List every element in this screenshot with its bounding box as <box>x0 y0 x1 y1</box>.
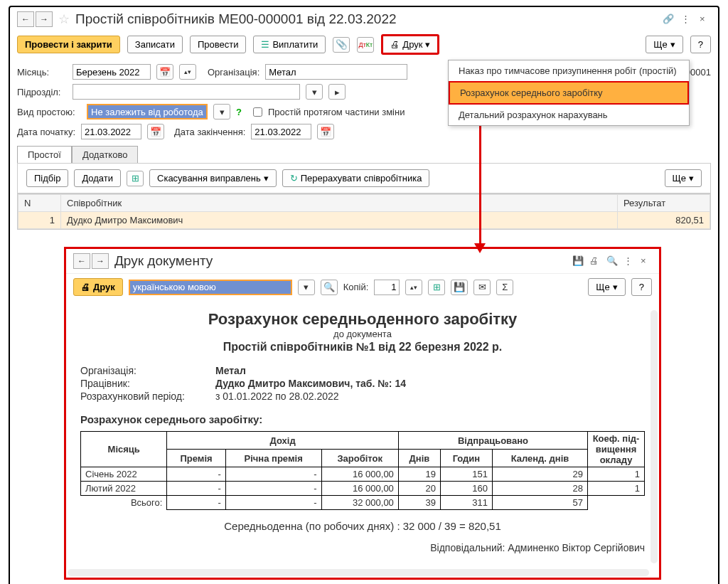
sigma-icon[interactable]: Σ <box>496 280 513 295</box>
month-label: Місяць: <box>17 67 67 78</box>
chevron-down-icon: ▾ <box>670 39 675 50</box>
type-label: Вид простою: <box>17 107 81 117</box>
inner-help-button[interactable]: ? <box>631 278 652 296</box>
doc-title: Розрахунок середньоденного заробітку <box>80 310 645 329</box>
pay-icon: ☰ <box>261 39 269 50</box>
save-as-icon[interactable]: 💾 <box>451 280 468 295</box>
start-date-label: Дата початку: <box>17 127 75 137</box>
print-menu-item-avg-calc[interactable]: Розрахунок середнього заробітку <box>449 81 689 105</box>
favorite-star-icon[interactable]: ☆ <box>58 11 70 27</box>
calc-row: Лютий 2022 - - 16 000,00 20 160 28 1 <box>81 482 645 496</box>
col-employee: Співробітник <box>61 195 618 212</box>
close-icon[interactable]: × <box>700 14 711 25</box>
month-input[interactable] <box>73 64 151 80</box>
help-question-icon[interactable]: ? <box>236 107 242 117</box>
save-button[interactable]: Записати <box>127 36 183 53</box>
partial-shift-label: Простій протягом частини зміни <box>268 107 405 117</box>
spinner-icon[interactable]: ▴▾ <box>179 64 196 80</box>
partial-shift-checkbox[interactable] <box>253 107 262 117</box>
copies-input[interactable] <box>374 280 400 295</box>
printer-icon: 🖨 <box>390 39 400 50</box>
chevron-down-icon: ▾ <box>425 39 430 50</box>
calendar-icon[interactable]: 📅 <box>156 64 173 80</box>
calendar-icon[interactable]: 📅 <box>147 124 164 139</box>
print-menu-item-detail-calc[interactable]: Детальний розрахунок нарахувань <box>449 105 689 125</box>
tab-downtime[interactable]: Простої <box>17 146 72 163</box>
print-menu-item-order[interactable]: Наказ про тимчасове призупинення робіт (… <box>449 60 689 81</box>
execute-close-button[interactable]: Провести і закрити <box>17 36 120 53</box>
inner-nav-forward[interactable]: → <box>92 253 109 269</box>
inner-window-title: Друк документу <box>114 253 567 269</box>
save-disk-icon[interactable]: 💾 <box>572 255 584 267</box>
doc-org-value: Метал <box>215 365 246 376</box>
division-input[interactable] <box>73 84 300 100</box>
col-result: Результат <box>618 195 710 212</box>
end-date-label: Дата закінчення: <box>174 127 245 137</box>
tab-additional[interactable]: Додатково <box>72 146 138 163</box>
debit-credit-button[interactable]: ДтКт <box>357 37 374 53</box>
more-menu-icon[interactable]: ⋮ <box>681 14 692 25</box>
inner-more-icon[interactable]: ⋮ <box>623 255 635 267</box>
calendar-icon[interactable]: 📅 <box>317 124 334 139</box>
chevron-down-icon: ▾ <box>613 282 618 292</box>
sub-more-button[interactable]: Ще ▾ <box>665 169 702 187</box>
table-icon[interactable]: ⊞ <box>428 280 445 295</box>
nav-forward-button[interactable]: → <box>36 11 53 27</box>
doc-employee-label: Працівник: <box>80 378 215 389</box>
chevron-down-icon: ▾ <box>689 173 694 184</box>
doc-responsible: Відповідальний: Админенко Віктор Сергійо… <box>80 542 645 553</box>
inner-close-icon[interactable]: × <box>641 255 652 267</box>
annotation-arrow-head <box>474 243 486 253</box>
window-title: Простій співробітників МЕ00-000001 від 2… <box>75 11 657 27</box>
table-row[interactable]: 1 Дудко Дмитро Максимович 820,51 <box>18 212 710 229</box>
select-button[interactable]: Підбір <box>26 169 68 187</box>
refresh-icon: ↻ <box>290 173 298 184</box>
end-date-input[interactable] <box>251 124 311 139</box>
zoom-icon[interactable]: 🔍 <box>321 280 338 295</box>
doc-employee-value: Дудко Дмитро Максимович, таб. №: 14 <box>215 378 406 389</box>
doc-subtitle: до документа <box>80 329 645 339</box>
doc-summary: Середньоденна (по робочих днях) : 32 000… <box>80 520 645 532</box>
org-input[interactable] <box>265 64 407 80</box>
email-icon[interactable]: ✉ <box>473 280 491 295</box>
print-icon[interactable]: 🖨 <box>589 255 601 267</box>
add-button[interactable]: Додати <box>74 169 121 187</box>
dropdown-icon[interactable]: ▾ <box>306 84 323 100</box>
lang-dropdown-icon[interactable]: ▾ <box>298 280 315 295</box>
inner-more-button[interactable]: Ще ▾ <box>588 278 625 296</box>
grid-fill-icon[interactable]: ⊞ <box>127 171 144 186</box>
cancel-fixes-button[interactable]: Скасування виправлень ▾ <box>149 169 277 187</box>
nav-back-button[interactable]: ← <box>17 11 34 27</box>
doc-subtitle2: Простій співробітників №1 від 22 березня… <box>80 341 645 354</box>
preview-icon[interactable]: 🔍 <box>606 255 618 267</box>
pay-button[interactable]: ☰ Виплатити <box>253 36 326 53</box>
org-label: Організація: <box>208 67 259 78</box>
vertical-scrollbar[interactable] <box>651 310 658 563</box>
inner-nav-back[interactable]: ← <box>73 253 90 269</box>
doc-period-value: з 01.01.2022 по 28.02.2022 <box>215 391 339 402</box>
printer-icon: 🖨 <box>81 282 90 292</box>
attach-button[interactable]: 📎 <box>333 37 350 53</box>
col-n: N <box>18 195 61 212</box>
inner-print-button[interactable]: 🖨 Друк <box>73 278 123 296</box>
calc-row: Січень 2022 - - 16 000,00 19 151 29 1 <box>81 467 645 482</box>
employees-table: N Співробітник Результат 1 Дудко Дмитро … <box>18 194 710 229</box>
help-button[interactable]: ? <box>690 36 711 53</box>
open-icon[interactable]: ▸ <box>328 84 346 100</box>
type-input[interactable] <box>87 104 208 120</box>
print-dropdown-menu: Наказ про тимчасове призупинення робіт (… <box>448 60 690 126</box>
horizontal-scrollbar[interactable] <box>68 569 649 576</box>
execute-button[interactable]: Провести <box>190 36 247 53</box>
recalculate-button[interactable]: ↻ Перерахувати співробітника <box>282 169 430 187</box>
copies-spinner[interactable]: ▴▾ <box>405 280 422 295</box>
more-button[interactable]: Ще ▾ <box>646 36 682 53</box>
doc-section-title: Розрахунок середнього заробітку: <box>80 413 645 425</box>
chevron-down-icon: ▾ <box>264 173 269 184</box>
calculation-table: Місяць Дохід Відпрацьовано Коеф. під-вищ… <box>80 431 645 510</box>
language-select[interactable] <box>129 280 292 295</box>
start-date-input[interactable] <box>81 124 141 139</box>
link-icon[interactable]: 🔗 <box>663 14 674 25</box>
print-dropdown-button[interactable]: 🖨 Друк ▾ <box>381 34 439 55</box>
division-label: Підрозділ: <box>17 87 67 97</box>
dropdown-icon[interactable]: ▾ <box>213 104 230 120</box>
